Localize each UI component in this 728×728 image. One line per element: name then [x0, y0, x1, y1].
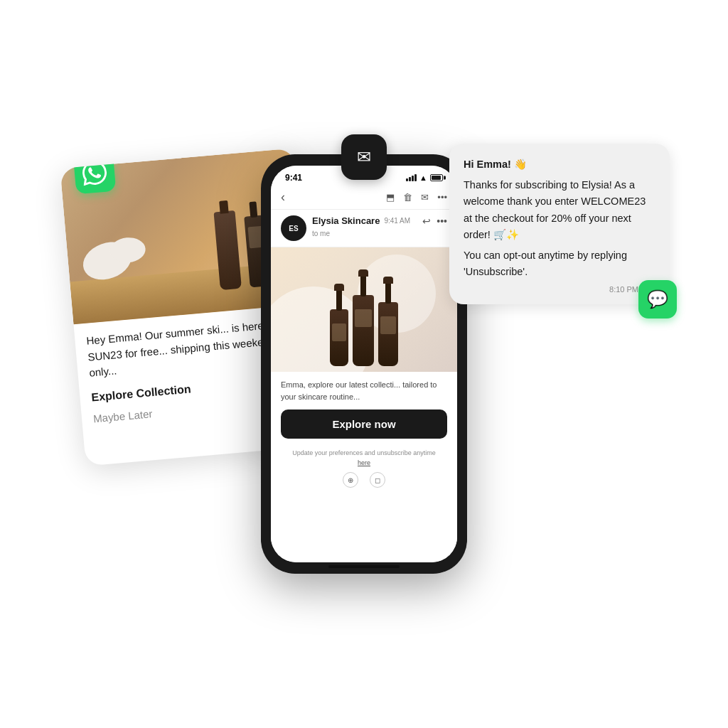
- explore-now-button[interactable]: Explore now: [281, 410, 447, 439]
- footer-text: Update your preferences and unsubscribe …: [292, 449, 436, 456]
- serum-bottle-1: [330, 309, 348, 366]
- phone: ✉ 9:41 ▲: [261, 154, 467, 574]
- sms-greeting: Hi Emma! 👋: [464, 156, 655, 173]
- wifi-icon: ▲: [419, 173, 427, 182]
- sender-details: Elysia Skincare 9:41 AM to me: [312, 215, 410, 239]
- email-content: Emma, explore our latest collecti... tai…: [271, 247, 457, 562]
- sms-body-text: Thanks for subscribing to Elysia! As a w…: [464, 177, 655, 243]
- archive-icon[interactable]: ⬒: [386, 192, 395, 203]
- email-reply-actions: ↩ •••: [422, 215, 447, 227]
- more-options-icon[interactable]: •••: [437, 215, 447, 227]
- sender-name: Elysia Skincare: [312, 215, 380, 226]
- sms-timestamp: 8:10 PM ✓✓: [464, 284, 655, 294]
- phone-frame: 9:41 ▲ ‹: [261, 154, 467, 574]
- sender-to-label: to me: [312, 230, 330, 237]
- serum-bottle-2: [353, 295, 374, 366]
- status-icons: ▲: [406, 173, 443, 182]
- serum-bottle-3: [378, 302, 398, 366]
- email-notch-badge: ✉: [341, 134, 387, 180]
- sms-bubble: Hi Emma! 👋 Thanks for subscribing to Ely…: [449, 144, 670, 304]
- sender-initials: ES: [289, 225, 298, 232]
- home-indicator: [328, 565, 400, 568]
- email-toolbar: ‹ ⬒ 🗑 ✉ •••: [271, 186, 457, 210]
- battery-icon: [430, 174, 443, 181]
- footer-icons: ⊕ ◻: [291, 472, 437, 488]
- email-notch-icon: ✉: [357, 147, 371, 167]
- mail-icon[interactable]: ✉: [421, 192, 429, 203]
- email-footer: Update your preferences and unsubscribe …: [281, 446, 447, 491]
- sender-time: 9:41 AM: [384, 217, 410, 225]
- sender-info: ES Elysia Skincare 9:41 AM to me: [281, 215, 410, 241]
- trash-icon[interactable]: 🗑: [403, 192, 412, 203]
- more-icon[interactable]: •••: [437, 192, 447, 203]
- instagram-footer-icon: ◻: [370, 472, 385, 488]
- toolbar-actions: ⬒ 🗑 ✉ •••: [386, 192, 447, 203]
- sender-avatar: ES: [281, 215, 306, 241]
- email-header: ES Elysia Skincare 9:41 AM to me ↩ •••: [271, 210, 457, 247]
- sms-time-label: 8:10 PM: [609, 285, 638, 294]
- messages-icon: 💬: [638, 280, 677, 318]
- whatsapp-logo-icon: [82, 160, 108, 186]
- status-time: 9:41: [285, 173, 302, 183]
- unsubscribe-link[interactable]: here: [358, 459, 370, 466]
- scene: Hey Emma! Our summer ski... is here! Use…: [73, 73, 655, 655]
- email-product-image: [271, 247, 457, 372]
- serum-bottles: [330, 295, 398, 372]
- reply-icon[interactable]: ↩: [422, 215, 431, 227]
- signal-icon: [406, 174, 417, 181]
- sms-optout-text: You can opt-out anytime by replying 'Uns…: [464, 247, 655, 280]
- toolbar-back-area: ‹: [281, 190, 285, 205]
- back-button[interactable]: ‹: [281, 190, 285, 205]
- email-text-area: Emma, explore our latest collecti... tai…: [271, 372, 457, 498]
- phone-screen: 9:41 ▲ ‹: [271, 166, 457, 562]
- whatsapp-footer-icon: ⊕: [343, 472, 358, 488]
- whatsapp-icon: [73, 151, 117, 195]
- email-body-text: Emma, explore our latest collecti... tai…: [281, 379, 447, 402]
